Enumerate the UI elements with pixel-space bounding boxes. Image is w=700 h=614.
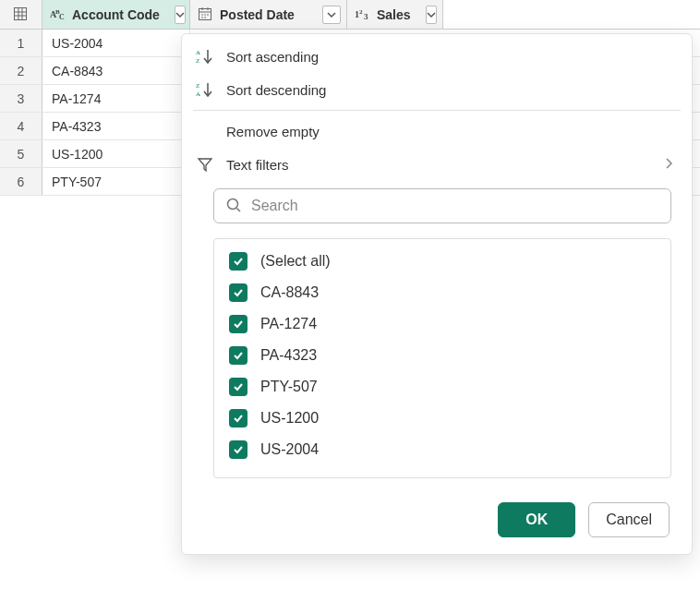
svg-point-15 xyxy=(201,17,203,18)
row-number: 2 xyxy=(0,57,42,84)
svg-text:A: A xyxy=(196,90,200,98)
cell-account-code[interactable]: PTY-507 xyxy=(42,168,190,195)
checkbox-checked-icon xyxy=(229,378,247,396)
svg-line-27 xyxy=(237,208,241,211)
svg-text:3: 3 xyxy=(364,12,368,21)
header-filler xyxy=(443,0,700,29)
svg-rect-0 xyxy=(14,7,26,19)
cell-account-code[interactable]: PA-4323 xyxy=(42,113,190,139)
search-input[interactable] xyxy=(251,198,659,214)
column-filter-button[interactable] xyxy=(322,6,341,24)
dialog-buttons: OK Cancel xyxy=(182,502,670,537)
filter-values-list: (Select all) CA-8843 PA-1274 PA-4323 PTY… xyxy=(213,238,671,478)
svg-point-12 xyxy=(201,14,203,16)
menu-label: Text filters xyxy=(226,157,289,173)
sort-desc-icon: ZA xyxy=(195,81,215,98)
filter-value-label: PA-1274 xyxy=(260,316,317,332)
date-type-icon xyxy=(198,6,214,23)
filter-value-item[interactable]: PTY-507 xyxy=(229,378,656,396)
checkbox-checked-icon xyxy=(229,409,247,427)
cell-account-code[interactable]: PA-1274 xyxy=(42,85,190,112)
svg-point-13 xyxy=(204,14,206,16)
svg-text:Z: Z xyxy=(196,82,199,90)
filter-value-label: PTY-507 xyxy=(260,379,318,395)
filter-value-label: US-1200 xyxy=(260,410,319,427)
cancel-button[interactable]: Cancel xyxy=(588,502,670,537)
column-filter-button[interactable] xyxy=(426,6,437,24)
row-number: 6 xyxy=(0,168,42,195)
row-number: 1 xyxy=(0,30,42,56)
text-filters-item[interactable]: Text filters xyxy=(182,148,692,181)
cell-account-code[interactable]: CA-8843 xyxy=(42,57,190,84)
chevron-down-icon xyxy=(327,10,336,19)
column-header-account-code[interactable]: ABC Account Code xyxy=(42,0,190,29)
filter-value-label: PA-4323 xyxy=(260,347,317,364)
cell-account-code[interactable]: US-1200 xyxy=(42,140,190,167)
sort-asc-icon: AZ xyxy=(195,48,215,65)
svg-point-26 xyxy=(228,199,238,209)
column-name: Account Code xyxy=(72,7,160,22)
search-box[interactable] xyxy=(213,188,671,223)
sort-ascending-item[interactable]: AZ Sort ascending xyxy=(182,40,692,73)
column-filter-button[interactable] xyxy=(175,6,186,24)
filter-value-label: US-2004 xyxy=(260,441,319,458)
filter-value-item[interactable]: PA-1274 xyxy=(229,315,656,333)
search-icon xyxy=(225,197,242,216)
filter-value-item[interactable]: US-1200 xyxy=(229,409,656,427)
checkbox-checked-icon xyxy=(229,283,247,302)
filter-value-item[interactable]: CA-8843 xyxy=(229,283,656,302)
column-header-posted-date[interactable]: Posted Date xyxy=(190,0,347,29)
remove-empty-item[interactable]: Remove empty xyxy=(182,114,692,148)
svg-point-14 xyxy=(207,14,209,16)
chevron-down-icon xyxy=(175,10,185,19)
filter-value-item[interactable]: PA-4323 xyxy=(229,346,656,365)
column-header-sales[interactable]: 123 Sales xyxy=(347,0,443,29)
filter-value-label: (Select all) xyxy=(260,253,331,270)
cell-account-code[interactable]: US-2004 xyxy=(42,30,190,56)
svg-text:A: A xyxy=(196,49,200,56)
table-header: ABC Account Code Posted Date 123 Sales xyxy=(0,0,700,30)
menu-label: Remove empty xyxy=(226,124,320,139)
text-type-icon: ABC xyxy=(50,6,66,23)
sort-descending-item[interactable]: ZA Sort descending xyxy=(182,73,692,106)
number-type-icon: 123 xyxy=(355,6,371,23)
table-icon xyxy=(13,6,30,23)
row-number: 4 xyxy=(0,113,42,139)
column-name: Posted Date xyxy=(220,7,295,22)
filter-value-select-all[interactable]: (Select all) xyxy=(229,252,656,271)
checkbox-checked-icon xyxy=(229,440,247,459)
row-number: 3 xyxy=(0,85,42,112)
filter-icon xyxy=(195,156,215,173)
filter-value-label: CA-8843 xyxy=(260,284,319,301)
filter-value-item[interactable]: US-2004 xyxy=(229,440,656,459)
checkbox-checked-icon xyxy=(229,252,247,271)
chevron-right-icon xyxy=(664,157,673,173)
chevron-down-icon xyxy=(427,10,436,19)
row-number: 5 xyxy=(0,140,42,167)
svg-text:C: C xyxy=(59,13,65,21)
menu-label: Sort ascending xyxy=(226,49,319,65)
menu-label: Sort descending xyxy=(226,82,326,98)
ok-button[interactable]: OK xyxy=(498,502,575,537)
checkbox-checked-icon xyxy=(229,315,247,333)
column-filter-dropdown: AZ Sort ascending ZA Sort descending Rem… xyxy=(181,33,693,555)
svg-text:Z: Z xyxy=(196,57,199,65)
menu-separator xyxy=(193,110,681,111)
svg-point-16 xyxy=(204,17,206,18)
checkbox-checked-icon xyxy=(229,346,247,365)
svg-text:2: 2 xyxy=(359,8,363,16)
row-number-header xyxy=(0,0,42,29)
column-name: Sales xyxy=(377,7,411,22)
